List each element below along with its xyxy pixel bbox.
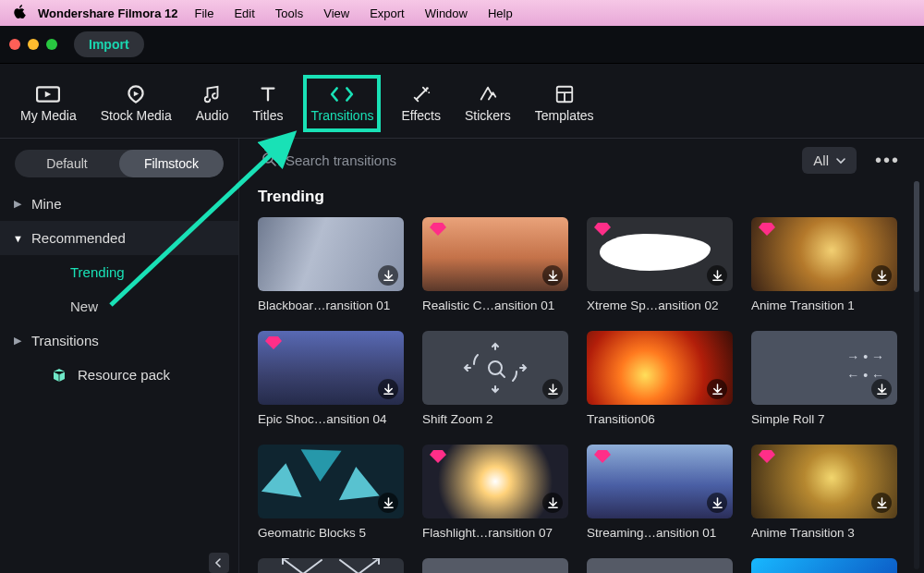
transition-card[interactable]: Xtreme Sp…ansition 02 xyxy=(587,217,733,312)
window-maximize-button[interactable] xyxy=(46,39,57,50)
caret-right-icon: ▶ xyxy=(13,198,22,210)
transition-card[interactable]: Realistic C…ansition 01 xyxy=(422,217,568,312)
sidebar-subitem-trending[interactable]: Trending xyxy=(0,255,238,289)
category-stickers[interactable]: Stickers xyxy=(461,79,515,128)
transition-card[interactable]: Transition06 xyxy=(587,331,733,426)
window-close-button[interactable] xyxy=(9,39,20,50)
category-label: My Media xyxy=(20,108,77,123)
sidebar-tab-filmstock[interactable]: Filmstock xyxy=(119,150,224,177)
search-input[interactable] xyxy=(284,152,509,169)
scrollbar[interactable] xyxy=(914,181,919,569)
transition-card[interactable]: Blackboar…ransition 01 xyxy=(258,217,404,312)
more-menu-button[interactable]: ••• xyxy=(869,150,906,171)
category-my-media[interactable]: My Media xyxy=(17,79,80,128)
menu-help[interactable]: Help xyxy=(488,6,513,20)
scrollbar-thumb[interactable] xyxy=(914,181,919,292)
content-panel: All ••• Trending Blackboar…ransition 01R… xyxy=(239,139,924,573)
category-titles[interactable]: Titles xyxy=(249,79,287,128)
premium-diamond-icon xyxy=(430,450,446,467)
menu-tools[interactable]: Tools xyxy=(275,6,303,20)
download-button[interactable] xyxy=(871,493,892,513)
download-button[interactable] xyxy=(542,493,563,513)
transition-thumbnail[interactable] xyxy=(751,445,897,518)
import-button[interactable]: Import xyxy=(74,31,144,57)
download-button[interactable] xyxy=(707,379,727,399)
window-titlebar: Import xyxy=(0,26,924,64)
transition-thumbnail[interactable]: → • →← • ← xyxy=(751,331,897,405)
download-button[interactable] xyxy=(378,265,398,286)
transition-thumbnail[interactable] xyxy=(258,558,404,573)
download-button[interactable] xyxy=(871,379,892,399)
category-transitions[interactable]: Transitions xyxy=(303,75,381,132)
transition-thumbnail[interactable] xyxy=(258,217,404,291)
menu-file[interactable]: File xyxy=(194,6,213,20)
search-field[interactable] xyxy=(258,146,789,175)
sidebar-item-label: Recommended xyxy=(31,230,126,246)
transition-card-label: Flashlight…ransition 07 xyxy=(422,526,568,540)
transition-thumbnail[interactable] xyxy=(422,331,568,405)
transition-card-label: Transition06 xyxy=(587,412,733,426)
transition-thumbnail[interactable] xyxy=(751,217,897,291)
menu-edit[interactable]: Edit xyxy=(234,6,254,20)
premium-diamond-icon xyxy=(759,450,775,467)
transition-card[interactable] xyxy=(422,558,568,573)
transition-card[interactable]: Anime Transition 1 xyxy=(751,217,897,312)
transition-card-label: Streaming…ansition 01 xyxy=(587,526,733,540)
category-label: Effects xyxy=(401,108,441,123)
transition-thumbnail[interactable] xyxy=(258,331,404,405)
transition-thumbnail[interactable] xyxy=(422,445,568,518)
transition-card[interactable]: Anime Transition 3 xyxy=(751,445,897,540)
sidebar-item-mine[interactable]: ▶ Mine xyxy=(0,187,238,221)
transition-card[interactable] xyxy=(587,558,733,573)
transition-thumbnail[interactable] xyxy=(587,445,733,518)
transition-card[interactable]: Geomatric Blocks 5 xyxy=(258,445,404,540)
transition-card[interactable] xyxy=(258,558,404,573)
window-minimize-button[interactable] xyxy=(28,39,39,50)
apple-logo-icon[interactable] xyxy=(13,5,27,22)
transitions-grid: Blackboar…ransition 01Realistic C…ansiti… xyxy=(239,217,924,573)
traffic-lights xyxy=(9,39,57,50)
transition-card-label: Simple Roll 7 xyxy=(751,412,897,426)
sidebar-item-recommended[interactable]: ▼ Recommended xyxy=(0,221,238,255)
category-label: Audio xyxy=(196,108,229,123)
sidebar-item-transitions[interactable]: ▶ Transitions xyxy=(0,323,238,358)
transition-card-label: Shift Zoom 2 xyxy=(422,412,568,426)
transition-card[interactable]: Streaming…ansition 01 xyxy=(587,445,733,540)
download-button[interactable] xyxy=(542,265,563,286)
download-button[interactable] xyxy=(378,379,398,399)
box-icon xyxy=(52,368,67,383)
transition-card-label: Anime Transition 1 xyxy=(751,299,897,312)
menubar-app-name: Wondershare Filmora 12 xyxy=(38,6,177,20)
transition-thumbnail[interactable] xyxy=(587,217,733,291)
download-button[interactable] xyxy=(378,493,398,513)
filter-dropdown[interactable]: All xyxy=(802,147,857,174)
download-button[interactable] xyxy=(542,379,563,399)
transition-card[interactable]: Flashlight…ransition 07 xyxy=(422,445,568,540)
transition-thumbnail[interactable] xyxy=(258,445,404,518)
menu-view[interactable]: View xyxy=(323,6,349,20)
search-icon xyxy=(261,152,276,169)
sidebar-item-resource-pack[interactable]: Resource pack xyxy=(0,358,238,392)
menu-window[interactable]: Window xyxy=(425,6,468,20)
transition-thumbnail[interactable] xyxy=(422,217,568,291)
category-effects[interactable]: Effects xyxy=(397,79,444,128)
download-button[interactable] xyxy=(871,265,892,286)
transition-thumbnail[interactable] xyxy=(587,558,733,573)
transition-thumbnail[interactable] xyxy=(422,558,568,573)
transition-thumbnail[interactable] xyxy=(587,331,733,405)
transition-card[interactable]: → • →← • ←Simple Roll 7 xyxy=(751,331,897,426)
category-templates[interactable]: Templates xyxy=(531,79,598,128)
download-button[interactable] xyxy=(707,493,727,513)
sidebar-tab-default[interactable]: Default xyxy=(15,150,119,177)
transition-card[interactable] xyxy=(751,558,897,573)
sidebar-collapse-button[interactable] xyxy=(209,553,229,573)
menu-export[interactable]: Export xyxy=(370,6,405,20)
category-stock-media[interactable]: Stock Media xyxy=(97,79,176,128)
sidebar-subitem-new[interactable]: New xyxy=(0,289,238,323)
category-audio[interactable]: Audio xyxy=(192,79,233,128)
download-button[interactable] xyxy=(707,265,727,286)
transition-thumbnail[interactable] xyxy=(751,558,897,573)
transition-card[interactable]: Epic Shoc…ansition 04 xyxy=(258,331,404,426)
transition-card-label: Realistic C…ansition 01 xyxy=(422,299,568,312)
transition-card[interactable]: Shift Zoom 2 xyxy=(422,331,568,426)
